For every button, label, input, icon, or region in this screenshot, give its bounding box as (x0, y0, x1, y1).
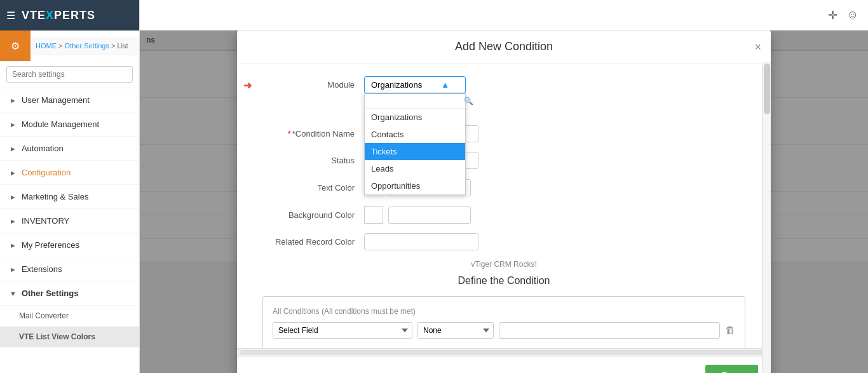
topbar: ✛ ☺ (140, 0, 868, 31)
red-arrow-indicator: ➜ (243, 79, 252, 91)
condition-operator-select[interactable]: None (417, 322, 494, 339)
condition-name-label: *Condition Name (262, 129, 364, 139)
define-condition-title: Define the Condition (262, 275, 745, 287)
modal-body: Module ➜ Organizations ▲ (237, 64, 771, 348)
chevron-right-icon: ► (10, 217, 17, 225)
sidebar-item-extensions[interactable]: ► Extensions (0, 257, 139, 281)
chevron-right-icon: ► (10, 241, 17, 249)
topbar-icons: ✛ ☺ (828, 8, 858, 22)
chevron-down-icon: ▼ (10, 290, 17, 297)
bg-color-container (364, 206, 471, 224)
sidebar-item-module-management[interactable]: ► Module Management (0, 112, 139, 137)
modal-title: Add New Condition (455, 40, 553, 53)
sidebar-item-my-preferences[interactable]: ► My Preferences (0, 233, 139, 257)
sidebar-item-inventory[interactable]: ► INVENTORY (0, 209, 139, 233)
sidebar-subitem-vte-list-view-colors[interactable]: VTE List View Colors (0, 327, 139, 348)
main-content: ✛ ☺ ns Status (140, 0, 868, 373)
module-selected-value: Organizations (371, 80, 422, 90)
chevron-right-icon: ► (10, 193, 17, 201)
conditions-box: All Conditions (All conditions must be m… (262, 296, 745, 348)
dropdown-search-input[interactable] (369, 97, 464, 105)
breadcrumb-other[interactable]: Other Settings (65, 42, 109, 50)
breadcrumb-home[interactable]: HOME (36, 42, 57, 50)
dropdown-item-organizations[interactable]: Organizations (365, 109, 465, 126)
related-record-color-row: Related Record Color (262, 233, 745, 250)
sidebar-item-label: User Management (22, 95, 90, 105)
condition-delete-button[interactable]: 🗑 (725, 325, 735, 336)
breadcrumb-sep1: > (58, 42, 62, 50)
dropdown-item-tickets[interactable]: Tickets (365, 143, 465, 160)
sidebar-subitem-mail-converter[interactable]: Mail Converter (0, 306, 139, 327)
sidebar-item-label: Extensions (22, 264, 62, 274)
sidebar-header: ☰ VTEXPERTS (0, 0, 139, 31)
conditions-header: All Conditions (All conditions must be m… (273, 306, 735, 316)
text-color-label: Text Color (262, 183, 364, 193)
sidebar-item-label: Configuration (22, 168, 71, 177)
all-conditions-label: All Conditions (273, 307, 319, 316)
chevron-right-icon: ► (10, 169, 17, 177)
sidebar-item-label: Other Settings (22, 288, 79, 298)
scrollbar-thumb (764, 64, 770, 114)
module-label: Module (262, 80, 364, 90)
condition-name-row: *Condition Name (262, 125, 745, 142)
chevron-right-icon: ► (10, 121, 17, 128)
related-record-color-label: Related Record Color (262, 237, 364, 247)
modal-header: Add New Condition × (237, 31, 771, 64)
module-select-container: Organizations ▲ 🔍 (364, 76, 466, 93)
text-color-row: Text Color (262, 179, 745, 196)
sidebar-item-marketing-sales[interactable]: ► Marketing & Sales (0, 185, 139, 209)
sidebar-item-label: Module Management (22, 119, 99, 129)
search-icon: 🔍 (464, 97, 473, 105)
dropdown-item-opportunities[interactable]: Opportunities (365, 177, 465, 194)
chevron-right-icon: ► (10, 266, 17, 273)
define-condition-section: Define the Condition All Conditions (All… (262, 275, 745, 348)
app-logo: VTEXPERTS (22, 9, 95, 22)
dropdown-search-container: 🔍 (365, 94, 465, 109)
sidebar-nav: ► User Management ► Module Management ► … (0, 88, 139, 373)
sidebar-item-label: Marketing & Sales (22, 192, 89, 201)
bg-color-label: Background Color (262, 210, 364, 220)
hscroll-track (240, 350, 768, 355)
module-dropdown: 🔍 Organizations Contacts (364, 93, 466, 195)
related-record-color-input[interactable] (364, 233, 478, 250)
sidebar-subitem-label: Mail Converter (19, 311, 69, 320)
condition-field-select[interactable]: Select Field (273, 322, 412, 339)
modal-scrollbar[interactable] (762, 62, 771, 373)
sidebar: ☰ VTEXPERTS ⚙ HOME > Other Settings > Li… (0, 0, 140, 373)
breadcrumb-sep2: > (111, 42, 115, 50)
sidebar-item-label: INVENTORY (22, 216, 69, 226)
modal-footer: Save (237, 356, 771, 373)
sidebar-search-container (0, 61, 139, 88)
modal-add-condition: Add New Condition × Module ➜ (237, 31, 771, 373)
settings-icon[interactable]: ⚙ (0, 31, 31, 61)
dropdown-item-contacts[interactable]: Contacts (365, 126, 465, 143)
modal-close-button[interactable]: × (754, 40, 761, 53)
chevron-up-icon: ▲ (441, 80, 449, 90)
bg-color-picker[interactable] (364, 206, 383, 224)
status-row: Status (262, 152, 745, 169)
module-select-box[interactable]: Organizations ▲ (364, 76, 466, 93)
sidebar-item-automation[interactable]: ► Automation (0, 137, 139, 161)
condition-value-input[interactable] (499, 322, 720, 339)
user-icon[interactable]: ☺ (847, 8, 858, 22)
bg-color-input[interactable] (388, 207, 471, 224)
sidebar-item-label: Automation (22, 144, 64, 153)
condition-row: Select Field None 🗑 (273, 322, 735, 339)
sidebar-item-other-settings[interactable]: ▼ Other Settings (0, 281, 139, 306)
logo-x: X (46, 9, 54, 22)
hamburger-menu[interactable]: ☰ (6, 10, 15, 22)
vtiger-text: vTiger CRM Rocks! (262, 260, 745, 269)
add-icon[interactable]: ✛ (828, 8, 837, 22)
sidebar-item-user-management[interactable]: ► User Management (0, 88, 139, 112)
sidebar-item-configuration[interactable]: ► Configuration (0, 161, 139, 185)
save-button[interactable]: Save (705, 365, 758, 373)
dropdown-item-leads[interactable]: Leads (365, 160, 465, 177)
bg-color-row: Background Color (262, 206, 745, 224)
all-conditions-note: (All conditions must be met) (322, 307, 416, 316)
modal-hscroll[interactable] (237, 348, 771, 356)
module-row: Module ➜ Organizations ▲ (262, 76, 745, 93)
modal-overlay: Add New Condition × Module ➜ (140, 31, 868, 373)
chevron-right-icon: ► (10, 145, 17, 153)
status-label: Status (262, 156, 364, 165)
search-input[interactable] (6, 66, 133, 83)
